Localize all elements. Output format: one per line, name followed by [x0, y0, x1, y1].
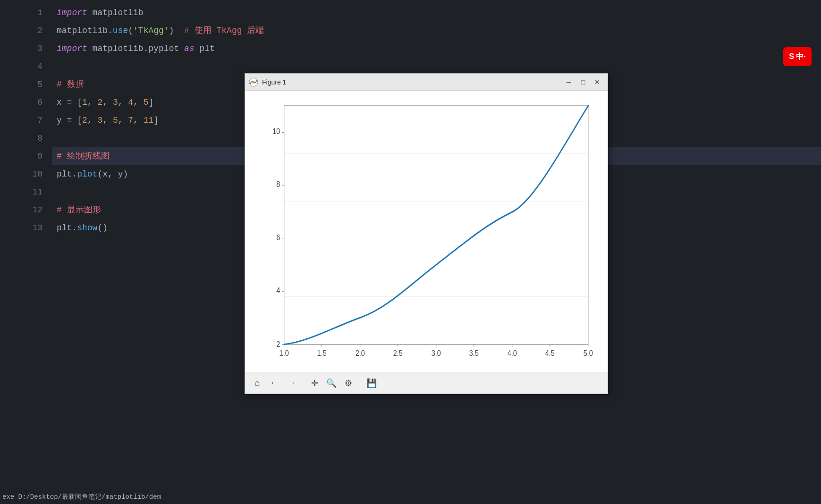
figure-window[interactable]: Figure 1 ─ □ ✕ 2 4 6 8 1	[245, 73, 608, 394]
svg-text:5.0: 5.0	[584, 349, 593, 357]
code-line-3: import matplotlib.pyplot as plt	[52, 40, 821, 58]
svg-text:2.0: 2.0	[355, 349, 365, 357]
svg-text:3.0: 3.0	[432, 349, 441, 357]
figure-content: 2 4 6 8 10 1.0 1.5 2.0 2.5 3.0 3.5 4.0 4…	[245, 91, 608, 372]
chart-svg: 2 4 6 8 10 1.0 1.5 2.0 2.5 3.0 3.5 4.0 4…	[250, 100, 603, 367]
svg-text:2: 2	[276, 340, 280, 348]
toolbar-separator-2	[360, 378, 360, 389]
toolbar-home-button[interactable]: ⌂	[250, 376, 265, 391]
status-bar: exe D:/Desktop/最新闲鱼笔记/matplotlib/dem	[0, 490, 821, 504]
code-line-1: import matplotlib	[52, 4, 821, 22]
toolbar-configure-button[interactable]: ⚙	[341, 376, 356, 391]
figure-title-left: Figure 1	[249, 77, 286, 87]
toolbar-pan-button[interactable]: ✛	[307, 376, 322, 391]
svg-text:1.0: 1.0	[279, 349, 289, 357]
svg-text:2.5: 2.5	[393, 349, 403, 357]
svg-text:4.0: 4.0	[508, 349, 517, 357]
svg-point-1	[252, 81, 255, 84]
toolbar-save-button[interactable]: 💾	[364, 376, 379, 391]
matplotlib-icon	[249, 77, 258, 87]
toolbar-separator-1	[303, 378, 303, 389]
figure-window-controls[interactable]: ─ □ ✕	[562, 76, 604, 88]
toolbar-back-button[interactable]: ←	[267, 376, 282, 391]
figure-close-button[interactable]: ✕	[591, 76, 604, 88]
svg-text:3.5: 3.5	[469, 349, 479, 357]
svg-text:10: 10	[272, 127, 280, 135]
figure-title-text: Figure 1	[262, 78, 286, 86]
figure-titlebar: Figure 1 ─ □ ✕	[245, 74, 608, 91]
svg-text:8: 8	[276, 180, 280, 188]
figure-toolbar[interactable]: ⌂ ← → ✛ 🔍 ⚙ 💾	[245, 372, 608, 394]
toolbar-zoom-button[interactable]: 🔍	[324, 376, 339, 391]
svg-text:4: 4	[276, 286, 280, 294]
svg-rect-2	[284, 106, 588, 344]
svg-text:6: 6	[276, 233, 280, 242]
line-numbers: 1 2 3 4 5 6 7 8 9 10 11 12 13	[0, 0, 52, 504]
svg-text:1.5: 1.5	[317, 349, 327, 357]
svg-text:4.5: 4.5	[545, 349, 555, 357]
sogou-ime-icon[interactable]: S 中·	[783, 47, 812, 66]
toolbar-forward-button[interactable]: →	[284, 376, 299, 391]
status-text: exe D:/Desktop/最新闲鱼笔记/matplotlib/dem	[2, 493, 161, 501]
figure-minimize-button[interactable]: ─	[562, 76, 576, 88]
figure-maximize-button[interactable]: □	[576, 76, 590, 88]
sogou-label: S 中·	[789, 52, 806, 62]
code-line-2: matplotlib.use('TkAgg') # 使用 TkAgg 后端	[52, 22, 821, 40]
